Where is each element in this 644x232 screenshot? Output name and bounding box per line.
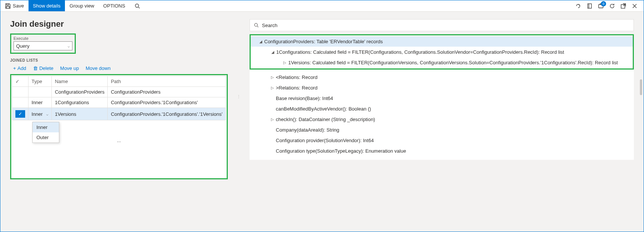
tree-node[interactable]: ◢ ConfigurationProviders: Table 'ERVendo… (251, 36, 633, 47)
joined-lists-header: JOINED LISTS (10, 58, 228, 62)
save-label: Save (13, 3, 24, 9)
tree-node[interactable]: ▷ 1Versions: Calculated field = FILTER(C… (251, 57, 633, 68)
col-path[interactable]: Path (108, 76, 226, 87)
tree-node[interactable]: ▷ <Relations: Record (250, 72, 634, 82)
table-row[interactable]: ConfigurationProviders ConfigurationProv… (12, 87, 226, 97)
tree-node[interactable]: ◢ 1Configurations: Calculated field = FI… (251, 47, 633, 57)
close-icon[interactable] (632, 3, 638, 9)
col-type[interactable]: Type (29, 76, 52, 87)
tree-node[interactable]: Company(dataAreaId): String (250, 124, 634, 135)
execute-group: Execute Query ⌵ (10, 33, 76, 54)
show-details-button[interactable]: Show details (29, 0, 65, 11)
options-button[interactable]: OPTIONS (99, 0, 130, 11)
twisty-collapsed-icon[interactable]: ▷ (281, 61, 288, 65)
dropdown-option-outer[interactable]: Outer (33, 132, 59, 143)
popout-icon[interactable] (620, 3, 626, 9)
type-cell-select[interactable]: Inner ⌵ (29, 108, 52, 120)
splitter[interactable] (238, 19, 239, 179)
move-down-button[interactable]: Move down (86, 65, 110, 71)
dropdown-option-inner[interactable]: Inner (33, 122, 59, 132)
twisty-collapsed-icon[interactable]: ▷ (269, 75, 276, 79)
twisty-collapsed-icon[interactable]: ▷ (269, 117, 276, 121)
notification-badge: 0 (601, 1, 606, 6)
twisty-expanded-icon[interactable]: ◢ (257, 39, 264, 44)
tree-node[interactable]: ▷ checkIn(): DataContainer (String _desc… (250, 114, 634, 124)
select-all-checkbox[interactable]: ✓ (12, 76, 29, 87)
col-name[interactable]: Name (52, 76, 108, 87)
execute-label: Execute (14, 36, 72, 41)
table-row[interactable]: Inner 1Configurations ConfigurationProvi… (12, 97, 226, 108)
move-up-button[interactable]: Move up (60, 65, 79, 71)
search-icon (254, 23, 259, 28)
table-row[interactable]: ✓ Inner ⌵ 1Versions ConfigurationProvide… (12, 108, 226, 120)
search-placeholder: Search (262, 23, 277, 28)
grid-header-row: ✓ Type Name Path (12, 76, 226, 87)
add-button[interactable]: + Add (13, 65, 26, 71)
tree-children: ▷ <Relations: Record ▷ >Relations: Recor… (250, 70, 634, 160)
tree-node[interactable]: canBeModifiedByActiveVendor(): Boolean (… (250, 103, 634, 114)
twisty-collapsed-icon[interactable]: ▷ (269, 86, 276, 90)
tree-node[interactable]: ▷ >Relations: Record (250, 82, 634, 93)
tree-node[interactable]: Configuration provider(SolutionVendor): … (250, 135, 634, 146)
chevron-down-icon: ⌵ (46, 112, 48, 116)
tree-search-input[interactable]: Search (250, 19, 634, 31)
group-view-label: Group view (69, 3, 94, 9)
svg-point-4 (254, 23, 257, 26)
scrollbar-thumb[interactable] (640, 79, 642, 95)
group-view-button[interactable]: Group view (65, 0, 99, 11)
search-icon (134, 3, 140, 9)
row-checkmark-icon[interactable]: ✓ (15, 110, 25, 118)
toolbar: Save Show details Group view OPTIONS 0 (0, 0, 644, 12)
chevron-down-icon: ⌵ (68, 44, 70, 48)
save-button[interactable]: Save (0, 0, 29, 11)
page-title: Join designer (10, 19, 228, 29)
show-details-label: Show details (33, 3, 61, 9)
execute-value: Query (16, 43, 29, 49)
list-toolbar: + Add 🗑 Delete Move up Move down (10, 65, 228, 71)
search-toolbar-button[interactable] (130, 0, 145, 11)
joined-lists-grid: ✓ Type Name Path ConfigurationProviders … (10, 74, 228, 179)
svg-rect-1 (588, 4, 591, 8)
type-dropdown: Inner Outer (32, 122, 59, 143)
svg-point-0 (135, 4, 138, 7)
notification-icon[interactable]: 0 (598, 3, 604, 9)
tree-node[interactable]: Configuration type(SolutionTypeLegacy): … (250, 146, 634, 156)
data-tree: ◢ ConfigurationProviders: Table 'ERVendo… (250, 34, 634, 70)
save-icon (5, 3, 11, 9)
office-icon[interactable] (587, 3, 593, 9)
delete-button[interactable]: 🗑 Delete (33, 65, 54, 71)
tree-node[interactable]: Base revision(Base): Int64 (250, 93, 634, 103)
attach-icon[interactable] (575, 3, 581, 9)
options-label: OPTIONS (103, 3, 125, 9)
refresh-icon[interactable] (609, 3, 615, 9)
twisty-expanded-icon[interactable]: ◢ (269, 50, 276, 54)
execute-select[interactable]: Query ⌵ (14, 41, 72, 50)
